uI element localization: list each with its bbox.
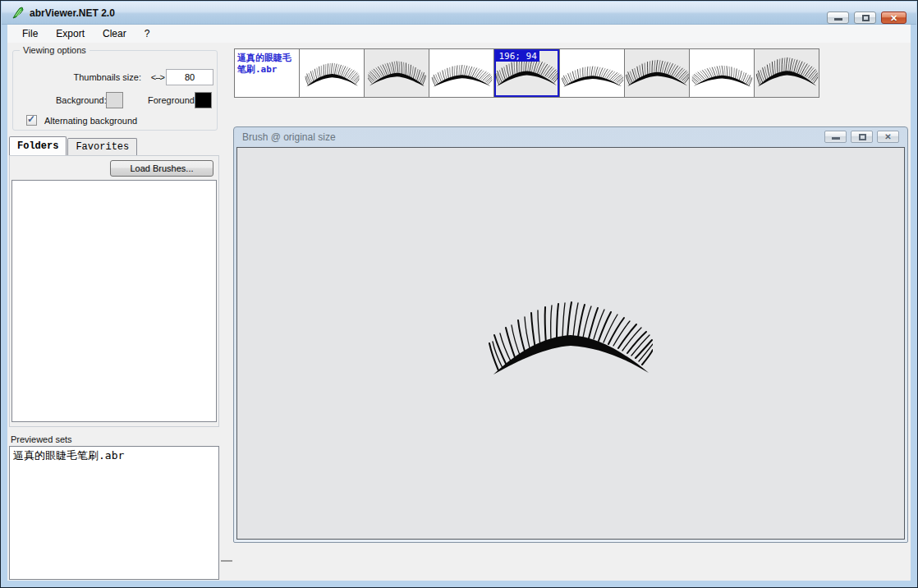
brush-thumbnail-1[interactable] xyxy=(300,49,365,97)
close-icon: ✕ xyxy=(882,12,906,23)
preview-close-button[interactable]: ✕ xyxy=(877,131,899,143)
tab-folders[interactable]: Folders xyxy=(9,136,67,155)
app-icon xyxy=(11,7,25,20)
brush-thumbnail-2[interactable] xyxy=(365,49,429,97)
brush-1-image xyxy=(301,50,364,97)
minimize-button[interactable] xyxy=(827,11,849,24)
brush-preview-window: Brush @ original size ✕ xyxy=(233,126,908,543)
panel-splitter-handle[interactable] xyxy=(221,560,232,562)
menu-export[interactable]: Export xyxy=(48,26,93,41)
alternating-background-checkbox[interactable]: ✓ xyxy=(26,115,37,126)
resize-arrows-icon: <--> xyxy=(151,72,164,82)
brush-thumbnail-6[interactable] xyxy=(625,49,690,97)
close-icon: ✕ xyxy=(878,131,898,142)
close-button[interactable]: ✕ xyxy=(881,11,907,24)
menu-file[interactable]: File xyxy=(14,26,46,41)
brush-5-image xyxy=(561,50,624,97)
window-title: abrViewer.NET 2.0 xyxy=(30,7,115,19)
thumbnail-strip: 逼真的眼睫毛笔刷.abr 196; 94 xyxy=(234,48,819,98)
thumbnails-size-input[interactable] xyxy=(166,69,213,85)
menu-clear[interactable]: Clear xyxy=(94,26,135,41)
brush-thumbnail-7[interactable] xyxy=(690,49,755,97)
background-label: Background: xyxy=(56,95,107,105)
foreground-color-swatch[interactable] xyxy=(195,92,212,108)
thumbnails-size-label: Thumbnails size: xyxy=(73,72,141,82)
maximize-icon xyxy=(859,134,866,140)
set-name-cell[interactable]: 逼真的眼睫毛笔刷.abr xyxy=(235,49,300,97)
brush-original-size-image xyxy=(489,301,653,383)
viewing-options-group: Viewing options Thumbnails size: <--> Ba… xyxy=(12,50,218,131)
app-window: abrViewer.NET 2.0 ✕ File Export Clear ? … xyxy=(0,0,918,588)
brush-2-image xyxy=(365,50,429,97)
foreground-label: Foreground: xyxy=(148,95,197,105)
set-name-text: 逼真的眼睫毛笔刷.abr xyxy=(235,49,299,80)
client-area: Viewing options Thumbnails size: <--> Ba… xyxy=(7,43,911,581)
brush-6-image xyxy=(626,50,689,97)
preview-minimize-button[interactable] xyxy=(824,131,847,143)
brush-3-image xyxy=(430,50,493,97)
brush-thumbnail-8[interactable] xyxy=(755,49,819,97)
previewed-sets-label: Previewed sets xyxy=(11,434,72,444)
preview-canvas xyxy=(236,147,905,540)
previewed-sets-listbox[interactable]: 逼真的眼睫毛笔刷.abr xyxy=(9,446,219,580)
maximize-icon xyxy=(862,15,870,21)
folders-tab-panel: Load Brushes... xyxy=(9,155,219,427)
preview-maximize-button[interactable] xyxy=(851,131,873,143)
minimize-icon xyxy=(834,18,842,21)
preview-window-title[interactable]: Brush @ original size xyxy=(242,131,336,143)
menu-help[interactable]: ? xyxy=(136,26,158,41)
check-icon: ✓ xyxy=(27,113,35,125)
title-bar[interactable]: abrViewer.NET 2.0 ✕ xyxy=(2,2,916,25)
selected-brush-size-badge: 196; 94 xyxy=(496,51,539,62)
brush-thumbnail-3[interactable] xyxy=(429,49,494,97)
brush-8-image xyxy=(755,50,819,97)
previewed-set-item[interactable]: 逼真的眼睫毛笔刷.abr xyxy=(10,447,218,465)
tab-favorites[interactable]: Favorites xyxy=(67,138,137,155)
minimize-icon xyxy=(832,137,840,140)
alternating-background-label: Alternating background xyxy=(44,116,137,126)
menu-bar: File Export Clear ? xyxy=(7,25,911,43)
load-brushes-button[interactable]: Load Brushes... xyxy=(110,160,213,177)
viewing-options-legend: Viewing options xyxy=(20,45,90,55)
brush-thumbnail-4-selected[interactable]: 196; 94 xyxy=(494,49,559,97)
folder-tabs: Folders Favorites xyxy=(9,138,138,155)
brush-7-image xyxy=(691,50,754,97)
folders-listbox[interactable] xyxy=(11,180,217,422)
background-color-swatch[interactable] xyxy=(106,92,123,108)
brush-thumbnail-5[interactable] xyxy=(560,49,625,97)
maximize-button[interactable] xyxy=(854,11,876,24)
